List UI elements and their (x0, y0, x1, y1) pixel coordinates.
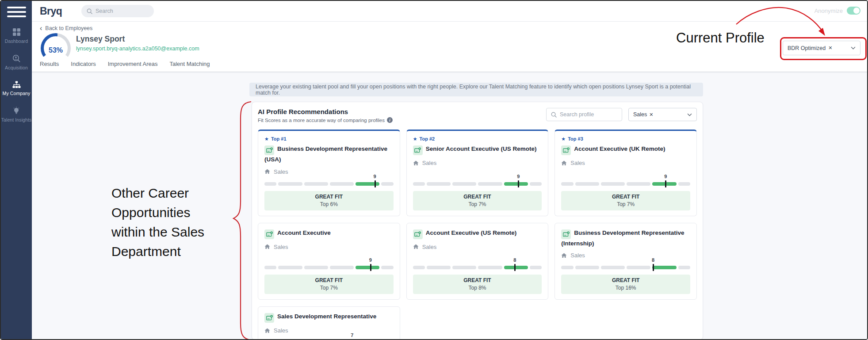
fit-score-value: 9 (664, 174, 667, 179)
department-label: Sales (570, 252, 585, 259)
department-row: Sales (413, 160, 542, 166)
fit-scale: 8 (561, 266, 690, 269)
fit-badge: GREAT FIT Top 16% (561, 275, 690, 294)
sidebar-item-label: Dashboard (5, 38, 28, 44)
chevron-down-icon (687, 113, 692, 116)
fit-percentile: Top 16% (561, 285, 690, 291)
department-row: Sales (561, 252, 690, 259)
fit-score-marker (665, 180, 666, 187)
job-title: Sales Development Representative (264, 312, 394, 323)
topbar: Bryq Search Anonymize (32, 1, 867, 22)
rank-row: ★ Top #1 (264, 136, 394, 141)
fit-scale: 9 (413, 182, 542, 186)
fit-badge: GREAT FIT Top 6% (264, 191, 394, 210)
job-profile-icon (413, 229, 423, 239)
sidebar-item-my-company[interactable]: My Company (1, 81, 32, 96)
home-icon (413, 160, 419, 166)
department-label: Sales (274, 244, 288, 250)
menu-hamburger-icon[interactable] (7, 7, 26, 17)
fit-label: GREAT FIT (264, 194, 394, 200)
recommendation-card[interactable]: ★ Top #3 Account Executive (UK Remote) (554, 130, 697, 216)
chevron-down-icon (851, 46, 856, 50)
tab-indicators[interactable]: Indicators (71, 61, 96, 67)
bryq-logo[interactable]: Bryq (40, 5, 62, 17)
recommendation-card[interactable]: Account Executive Sales 9 GREAT FIT Top … (258, 223, 400, 300)
info-icon[interactable]: i (387, 117, 393, 123)
sidebar-item-acquisition[interactable]: Acquisition (1, 54, 32, 70)
anonymize-toggle[interactable] (847, 7, 860, 15)
fit-percentile: Top 6% (264, 201, 394, 207)
annotation-other-opportunities: Other Career Opportunities within the Sa… (111, 183, 220, 261)
recommendation-card[interactable]: Account Executive (US Remote) Sales 8 GR… (406, 223, 549, 300)
job-profile-icon (413, 145, 423, 155)
department-row: Sales (264, 327, 394, 334)
star-icon: ★ (413, 137, 417, 141)
recommendation-card[interactable]: Business Development Representative (Int… (554, 223, 697, 300)
recommendation-card[interactable]: Sales Development Representative Sales 7… (258, 306, 400, 340)
fit-score-block: 8 GREAT FIT Top 8% (413, 259, 542, 294)
recommendation-cards-grid: ★ Top #1 Business Development Representa… (258, 130, 697, 340)
fit-score-value: 8 (652, 257, 654, 263)
fit-label: GREAT FIT (264, 277, 394, 283)
clear-profile-icon[interactable]: ✕ (828, 45, 832, 51)
profile-search-input[interactable] (560, 111, 613, 118)
fit-percentile: Top 8% (413, 285, 542, 291)
recommendation-card[interactable]: ★ Top #2 Senior Account Executive (US Re… (406, 130, 549, 216)
job-profile-icon (561, 145, 571, 155)
fit-percentile: Top 7% (264, 285, 394, 291)
fit-badge: GREAT FIT Top 7% (413, 191, 542, 210)
current-profile-dropdown[interactable]: BDR Optimized ✕ (783, 41, 860, 55)
sidebar-item-label: Acquisition (5, 65, 28, 70)
global-search-input[interactable]: Search (81, 5, 154, 17)
fit-score-gauge: 53% (41, 33, 71, 60)
sidebar-item-talent-insights[interactable]: Talent Insights (1, 107, 32, 122)
department-filter-dropdown[interactable]: Sales ✕ (628, 108, 697, 121)
employee-email[interactable]: lynsey.sport.bryq-analytics.a2a050@examp… (76, 46, 199, 52)
banner-text: Leverage your existing talent pool and f… (256, 84, 697, 96)
job-title: Business Development Representative (Int… (561, 229, 690, 248)
fit-score-marker (514, 264, 516, 271)
clear-department-icon[interactable]: ✕ (649, 112, 653, 118)
tab-improvement-areas[interactable]: Improvement Areas (108, 61, 158, 67)
app-window: Dashboard Acquisition My Company (0, 0, 868, 340)
home-icon (264, 169, 270, 174)
rank-row: ★ Top #2 (413, 136, 542, 141)
home-icon (264, 328, 270, 333)
fit-label: GREAT FIT (413, 194, 542, 200)
job-profile-icon (264, 313, 274, 323)
rank-label: Top #1 (271, 136, 287, 141)
back-to-employees-link[interactable]: ‹ Back to Employees (40, 25, 92, 31)
department-row: Sales (413, 244, 542, 250)
star-icon: ★ (264, 137, 269, 141)
fit-score-value: 9 (517, 174, 520, 179)
employee-header: ‹ Back to Employees 53% Lynsey Sport lyn… (32, 22, 867, 72)
job-title: Account Executive (UK Remote) (561, 145, 690, 155)
ai-profile-recommendations-panel: AI Profile Recommendations Fit Scores as… (252, 102, 703, 340)
sidebar-item-dashboard[interactable]: Dashboard (1, 28, 32, 44)
home-icon (264, 244, 270, 249)
acquisition-search-person-icon (12, 54, 21, 63)
sidebar-item-label: My Company (3, 91, 31, 96)
panel-title: AI Profile Recommendations (258, 108, 393, 115)
department-label: Sales (422, 244, 437, 250)
department-label: Sales (570, 160, 585, 166)
star-icon: ★ (561, 137, 566, 141)
fit-score-marker (370, 264, 371, 271)
search-icon (87, 8, 92, 14)
fit-score-block: 9 GREAT FIT Top 6% (264, 175, 394, 210)
back-link-label: Back to Employees (45, 25, 92, 31)
annotation-current-profile: Current Profile (676, 30, 778, 46)
tab-results[interactable]: Results (40, 61, 59, 67)
job-title: Senior Account Executive (US Remote) (413, 145, 542, 155)
fit-score-block: 7 GOOD FIT Top 17% (264, 334, 394, 340)
fit-score-value: 8 (513, 257, 516, 263)
fit-score-marker (653, 264, 654, 271)
recommendation-card[interactable]: ★ Top #1 Business Development Representa… (258, 130, 400, 216)
fit-score-value: 9 (374, 174, 376, 179)
home-icon (561, 160, 567, 166)
profile-search-box[interactable] (546, 108, 622, 121)
tab-talent-matching[interactable]: Talent Matching (169, 61, 210, 67)
home-icon (413, 244, 419, 249)
fit-score-value: 9 (369, 257, 372, 263)
fit-scale: 9 (264, 182, 394, 186)
